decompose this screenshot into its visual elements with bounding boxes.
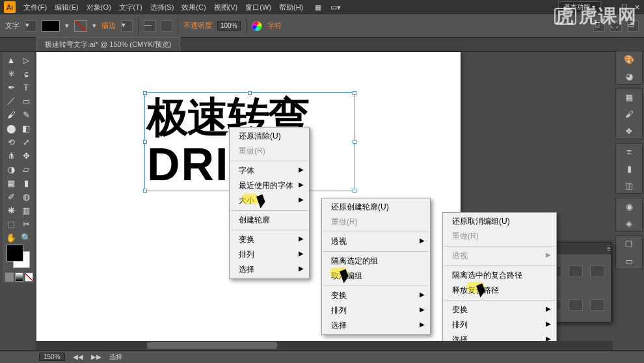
fill-dropdown-icon[interactable]: ▾ [65,21,69,30]
mesh-tool[interactable]: ▦ [4,176,18,189]
shape-builder-tool[interactable]: ◑ [4,163,18,176]
fill-modes[interactable] [4,273,33,282]
opacity-label[interactable]: 不透明度 [183,21,212,31]
ctx1-arrange[interactable]: 排列▶ [230,247,309,262]
panel-menu-icon[interactable]: ≡ [607,245,611,252]
ctx2-arrange[interactable]: 排列▶ [322,303,430,318]
menu-select[interactable]: 选择(S) [148,1,177,14]
ctx2-perspective[interactable]: 透视▶ [322,234,430,249]
ctx1-transform[interactable]: 变换▶ [230,232,309,247]
menu-type[interactable]: 文字(T) [116,1,145,14]
ctx1-size[interactable]: 大小▶ [230,193,309,208]
bridge-icon[interactable]: ▭▾ [330,3,341,12]
brushes-icon[interactable]: 🖌 [622,108,636,120]
window-maximize[interactable]: ☐ [621,3,628,12]
menu-object[interactable]: 对象(O) [84,1,114,14]
transform-icon[interactable]: ⛶ [610,20,622,32]
align-icon[interactable]: ☲ [593,20,605,32]
symbols-icon[interactable]: ❖ [622,125,636,137]
menu-window[interactable]: 窗口(W) [243,1,274,14]
slice-tool[interactable]: ✂ [19,217,33,230]
pencil-tool[interactable]: ✎ [19,108,33,121]
artboard-tool[interactable]: ⬚ [4,217,18,230]
nav-next-icon[interactable]: ▶▶ [91,353,101,360]
ctx1-select[interactable]: 选择▶ [230,262,309,277]
swatches-icon[interactable]: ▦ [622,91,636,103]
free-transform-tool[interactable]: ✥ [19,149,33,162]
opacity-field[interactable]: 100% [217,21,241,31]
zoom-tool[interactable]: 🔍 [19,231,33,244]
dropdown-icon[interactable]: ▾ [25,20,36,32]
prefs-icon[interactable]: ▭ [627,20,639,32]
align-bottom-icon[interactable] [590,265,604,277]
ctx1-recent-fonts[interactable]: 最近使用的字体▶ [230,178,309,193]
zoom-field[interactable]: 150% [39,353,65,361]
scale-tool[interactable]: ⤢ [19,135,33,148]
stroke-swatch[interactable] [74,20,87,32]
ctx1-font[interactable]: 字体▶ [230,163,309,178]
ctx2-transform[interactable]: 变换▶ [322,288,430,303]
gradient-panel-icon[interactable]: ▮ [622,163,636,174]
ctx2-undo[interactable]: 还原创建轮廓(U) [322,200,430,215]
graph-tool[interactable]: ▥ [19,204,33,217]
lasso-tool[interactable]: ɕ [19,67,33,80]
magic-wand-tool[interactable]: ✳ [4,67,18,80]
char-label[interactable]: 字符 [267,21,282,31]
line-tool[interactable]: ／ [4,94,18,107]
pen-tool[interactable]: ✒ [4,81,18,94]
ctx3-undo[interactable]: 还原取消编组(U) [443,214,556,229]
vp-icon[interactable] [161,20,172,32]
layers-icon[interactable]: ❐ [622,238,636,250]
fill-swatch[interactable] [42,20,60,32]
ctx3-isolate[interactable]: 隔离选中的复合路径 [443,268,556,283]
recolor-icon[interactable] [252,21,262,31]
ctx1-undo[interactable]: 还原清除(U) [230,129,309,144]
eraser-tool[interactable]: ◧ [19,122,33,135]
blob-tool[interactable]: ⬤ [4,122,18,135]
menu-view[interactable]: 视图(V) [211,1,241,14]
ctx1-create-outline[interactable]: 创建轮廓 [230,213,309,228]
menu-file[interactable]: 文件(F) [21,1,49,14]
dist-hcenter-icon[interactable] [569,299,583,311]
menu-effect[interactable]: 效果(C) [179,1,208,14]
selection-tool[interactable]: ▲ [4,53,18,66]
ctx2-ungroup[interactable]: 取消编组 [322,269,430,284]
width-tool[interactable]: ⋔ [4,149,18,162]
transparency-icon[interactable]: ◫ [622,180,636,191]
symbol-spray-tool[interactable]: ❋ [4,204,18,217]
blend-tool[interactable]: ◍ [19,190,33,203]
window-close[interactable]: ✕ [634,3,640,12]
window-minimize[interactable]: — [608,3,615,11]
h-scroll-thumb[interactable] [147,342,277,349]
rect-tool[interactable]: ▭ [19,94,33,107]
h-scrollbar[interactable] [36,341,613,350]
align-vcenter-icon[interactable] [569,265,583,277]
type-tool[interactable]: T [19,81,33,94]
ctx2-isolate[interactable]: 隔离选定的组 [322,254,430,269]
ctx3-release[interactable]: 释放复合路径 [443,283,556,298]
ctx3-transform[interactable]: 变换▶ [443,302,556,317]
stroke-dropdown-icon[interactable]: ▾ [92,21,96,30]
document-tab[interactable]: 极速转弯文字.ai* @ 150% (CMYK/预览) [36,37,180,51]
color-panel-icon[interactable]: 🎨 [622,53,636,65]
rotate-tool[interactable]: ⟲ [4,135,18,148]
eyedropper-tool[interactable]: ✐ [4,190,18,203]
stroke-weight[interactable]: ▾ [121,20,133,32]
brush-def[interactable]: — [144,20,155,32]
perspective-tool[interactable]: ▱ [19,163,33,176]
direct-select-tool[interactable]: ▷ [19,53,33,66]
ctx2-select[interactable]: 选择▶ [322,318,430,333]
gradient-tool[interactable]: ▮ [19,176,33,189]
dist-right-icon[interactable] [590,299,604,311]
graphic-styles-icon[interactable]: ◈ [622,217,636,229]
hand-tool[interactable]: ✋ [4,231,18,244]
stroke-panel-icon[interactable]: ≡ [622,146,636,157]
artboards-icon[interactable]: ▭ [622,255,636,267]
color-well[interactable] [4,245,33,272]
ctx3-arrange[interactable]: 排列▶ [443,317,556,332]
nav-prev-icon[interactable]: ◀◀ [73,353,83,360]
color-guide-icon[interactable]: ◕ [622,70,636,82]
stroke-label[interactable]: 描边 [101,21,116,31]
appearance-icon[interactable]: ◉ [622,200,636,212]
menu-edit[interactable]: 编辑(E) [52,1,81,14]
